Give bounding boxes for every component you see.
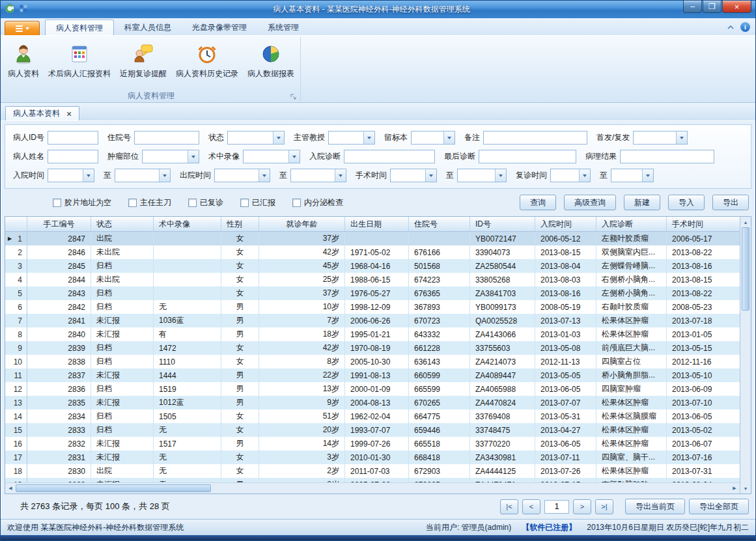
- tab-patient-basic-info[interactable]: 病人基本资料 ×: [5, 106, 79, 120]
- export-all-pages-button[interactable]: 导出全部页: [689, 499, 749, 514]
- scroll-up-icon[interactable]: ▲: [740, 217, 751, 227]
- grid-row[interactable]: 32845归档女45岁1968-04-16501568ZA25805442013…: [5, 259, 740, 273]
- discharge-date-to-combobox[interactable]: [290, 169, 346, 182]
- patient-name-input[interactable]: [48, 150, 98, 163]
- query-button[interactable]: 查询: [520, 195, 556, 210]
- surgery-video-combobox[interactable]: [243, 150, 300, 163]
- chevron-down-icon[interactable]: [335, 169, 346, 182]
- ribbon-button-data-report[interactable]: 病人数据报表: [243, 39, 299, 82]
- admission-date-to-combobox[interactable]: [115, 169, 171, 182]
- revisit-date-from-combobox[interactable]: [550, 169, 591, 182]
- chevron-down-icon[interactable]: [425, 169, 436, 182]
- grid-row[interactable]: 122836归档1519男13岁2000-01-09665599ZA406598…: [5, 382, 740, 396]
- tab-close-icon[interactable]: ×: [66, 109, 72, 118]
- chevron-down-icon[interactable]: [188, 150, 199, 163]
- grid-row[interactable]: 142834归档1505女51岁1962-02-0466477533769408…: [5, 409, 740, 423]
- chevron-down-icon[interactable]: [579, 169, 590, 182]
- chief-professor-combobox[interactable]: [328, 131, 375, 145]
- vertical-scroll-thumb[interactable]: [742, 227, 749, 311]
- column-header-status[interactable]: 状态: [91, 217, 154, 231]
- chevron-down-icon[interactable]: [495, 169, 506, 182]
- chevron-down-icon[interactable]: [676, 132, 687, 144]
- ribbon-button-patient-data[interactable]: 病人资料: [3, 39, 44, 82]
- minimize-button[interactable]: –: [683, 1, 702, 13]
- next-page-button[interactable]: >: [573, 499, 591, 514]
- grid-row[interactable]: 182830出院无女2岁2011-07-03672903ZA4444125201…: [5, 464, 740, 478]
- close-button[interactable]: ×: [722, 1, 751, 13]
- scroll-right-icon[interactable]: ▶: [729, 483, 740, 493]
- chevron-down-icon[interactable]: [363, 132, 374, 144]
- column-header-admission-diagnosis[interactable]: 入院诊断: [596, 217, 667, 231]
- column-header-gender[interactable]: 性别: [221, 217, 259, 231]
- new-button[interactable]: 新建: [624, 195, 660, 210]
- chevron-down-icon[interactable]: [259, 169, 270, 182]
- grid-row[interactable]: ▶12847出院女37岁YB00721472006-05-12左额叶胶质瘤200…: [5, 232, 740, 245]
- revisit-date-to-combobox[interactable]: [611, 169, 654, 182]
- final-diagnosis-input[interactable]: [479, 150, 576, 163]
- grid-row[interactable]: 112837未汇报1444男22岁1991-08-13660599ZA40894…: [5, 368, 740, 382]
- column-header-birth-date[interactable]: 出生日期: [345, 217, 409, 231]
- checkbox-endocrine-exam[interactable]: 内分泌检查: [292, 197, 343, 208]
- grid-row[interactable]: 42844未出院女25岁1988-06-15674223338052682013…: [5, 273, 740, 286]
- column-header-visit-age[interactable]: 就诊年龄: [259, 217, 345, 231]
- tumor-site-combobox[interactable]: [142, 150, 199, 163]
- grid-row[interactable]: 82840未汇报有男18岁1995-01-21643332ZA414306620…: [5, 327, 740, 341]
- export-button[interactable]: 导出: [712, 195, 749, 210]
- collapse-ribbon-icon[interactable]: [727, 25, 734, 30]
- dialog-launcher-icon[interactable]: [290, 94, 297, 100]
- maximize-button[interactable]: ❐: [703, 1, 721, 13]
- vertical-scrollbar[interactable]: ▲ ▼: [740, 217, 751, 493]
- column-header-admission-no[interactable]: 住院号: [409, 217, 470, 231]
- info-icon[interactable]: i: [740, 22, 750, 32]
- prev-page-button[interactable]: <: [522, 499, 540, 514]
- column-header-admission-date[interactable]: 入院时间: [535, 217, 596, 231]
- ribbon-button-postop-reports[interactable]: 术后病人汇报资料: [44, 39, 115, 82]
- column-header-manual-no[interactable]: 手工编号: [27, 217, 91, 231]
- grid-row[interactable]: 162832未汇报1517男14岁1999-07-266655183377022…: [5, 437, 740, 451]
- column-header-id-no[interactable]: ID号: [470, 217, 535, 231]
- import-button[interactable]: 导入: [668, 195, 705, 210]
- admission-no-input[interactable]: [134, 131, 199, 145]
- grid-row[interactable]: 72841未汇报1036蓝男7岁2006-06-26670723QA002552…: [5, 314, 740, 327]
- remark-input[interactable]: [483, 131, 587, 145]
- app-menu-button[interactable]: [5, 21, 40, 35]
- chevron-down-icon[interactable]: [83, 169, 94, 182]
- ribbon-button-revisit-reminder[interactable]: 近期复诊提醒: [115, 39, 171, 82]
- horizontal-scroll-thumb[interactable]: [16, 484, 211, 492]
- specimen-combobox[interactable]: [411, 131, 455, 145]
- admission-diagnosis-input[interactable]: [344, 150, 435, 163]
- grid-row[interactable]: 52843归档女37岁1976-05-27676365ZA38417032013…: [5, 286, 740, 300]
- grid-row[interactable]: 102838归档1110女8岁2005-10-30636143ZA4214073…: [5, 355, 740, 368]
- first-page-button[interactable]: |<: [500, 499, 518, 514]
- ribbon-tab-disc-tape-mgmt[interactable]: 光盘录像带管理: [182, 20, 257, 35]
- chevron-down-icon[interactable]: [443, 132, 455, 144]
- grid-row[interactable]: 192829未汇报无男8岁2005-07-26670895ZA447847120…: [5, 478, 740, 482]
- export-current-page-button[interactable]: 导出当前页: [625, 499, 685, 514]
- surgery-date-from-combobox[interactable]: [390, 169, 437, 182]
- grid-row[interactable]: 92839归档1472女42岁1970-08-19661228337556032…: [5, 341, 740, 355]
- grid-row[interactable]: 132835未汇报1012蓝男9岁2004-08-13670265ZA44708…: [5, 396, 740, 409]
- grid-row[interactable]: 172831未汇报无女3岁2010-01-30668418ZA343098120…: [5, 451, 740, 464]
- surgery-date-to-combobox[interactable]: [457, 169, 507, 182]
- checkbox-revisited[interactable]: 已复诊: [188, 197, 223, 208]
- quick-access-icon[interactable]: [19, 4, 28, 15]
- pathology-result-input[interactable]: [620, 150, 714, 163]
- chevron-down-icon[interactable]: [288, 150, 300, 163]
- ribbon-button-history-records[interactable]: 病人资料历史记录: [171, 39, 243, 82]
- grid-row[interactable]: 62842归档无男10岁1998-12-09367893YB0099173200…: [5, 300, 740, 314]
- admission-date-from-combobox[interactable]: [48, 169, 94, 182]
- scroll-left-icon[interactable]: ◀: [5, 483, 16, 493]
- scroll-down-icon[interactable]: ▼: [740, 483, 751, 493]
- page-number-input[interactable]: [544, 500, 569, 514]
- checkbox-film-address-empty[interactable]: 胶片地址为空: [53, 197, 111, 208]
- registration-status[interactable]: 【软件已注册】: [522, 522, 576, 533]
- grid-row[interactable]: 152833归档无女20岁1993-07-0765944633748475201…: [5, 423, 740, 437]
- column-header-surgery-date[interactable]: 手术时间: [667, 217, 741, 231]
- grid-row[interactable]: 22846未出院女42岁1971-05-02676166339040732013…: [5, 245, 740, 259]
- chevron-down-icon[interactable]: [159, 169, 170, 182]
- column-header-surgery-video[interactable]: 术中录像: [154, 217, 221, 231]
- discharge-date-from-combobox[interactable]: [214, 169, 270, 182]
- ribbon-tab-system-mgmt[interactable]: 系统管理: [257, 20, 309, 35]
- chevron-down-icon[interactable]: [642, 169, 653, 182]
- last-page-button[interactable]: >|: [595, 499, 613, 514]
